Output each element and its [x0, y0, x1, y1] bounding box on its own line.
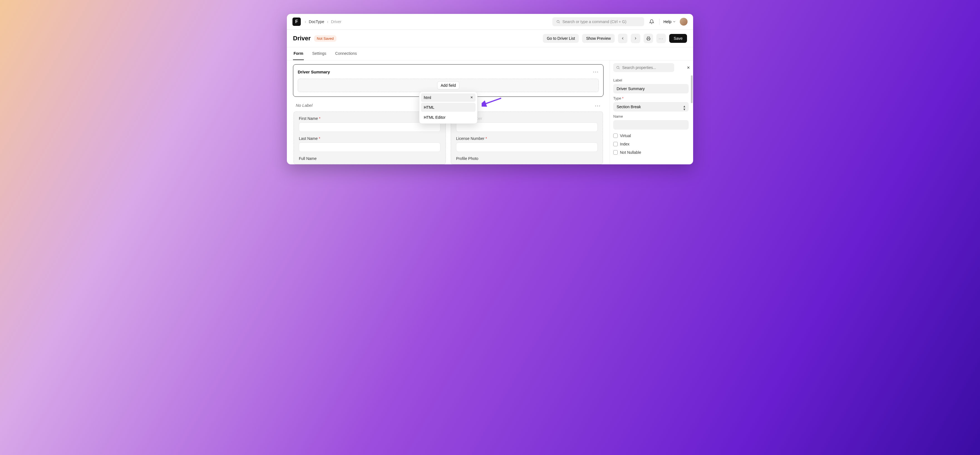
app-logo[interactable]: F: [293, 17, 301, 26]
field-label-last-name: Last Name *: [299, 136, 441, 141]
prop-type-label: Type *: [613, 96, 689, 100]
prop-type-select[interactable]: [613, 102, 689, 111]
notifications-button[interactable]: [648, 18, 655, 25]
breadcrumb-current: Driver: [331, 19, 341, 24]
checkbox-label: Not Nullable: [620, 150, 641, 155]
tab-settings[interactable]: Settings: [312, 47, 327, 60]
svg-rect-2: [647, 39, 649, 40]
svg-point-6: [617, 66, 619, 68]
field-input-first-name[interactable]: [299, 122, 441, 132]
help-label: Help: [663, 19, 671, 24]
bell-icon: [649, 19, 654, 24]
print-button[interactable]: [644, 34, 653, 43]
section-menu-button[interactable]: ···: [593, 69, 599, 75]
properties-search-input[interactable]: [613, 63, 674, 72]
breadcrumb: › DocType › Driver: [305, 19, 341, 24]
field-input-last-name[interactable]: [299, 143, 441, 152]
show-preview-button[interactable]: Show Preview: [582, 34, 615, 43]
form-canvas: Driver Summary ··· Add field HTML HTML E…: [287, 60, 610, 164]
fieldtype-popup: HTML HTML Editor: [419, 92, 477, 124]
section-menu-button[interactable]: ···: [595, 103, 601, 109]
field-input-license-number[interactable]: [456, 143, 598, 152]
svg-point-0: [557, 20, 559, 22]
checkbox-icon: [613, 150, 618, 155]
scrollbar-thumb[interactable]: [691, 75, 692, 103]
prev-button[interactable]: [618, 34, 627, 43]
more-actions-button[interactable]: ···: [656, 34, 666, 43]
prop-virtual-checkbox[interactable]: Virtual: [613, 133, 689, 138]
field-label-license-number: License Number *: [456, 136, 598, 141]
section-heading-no-label: No Label: [296, 103, 312, 109]
field-label-full-name: Full Name: [299, 156, 441, 161]
breadcrumb-doctype[interactable]: DocType: [309, 19, 324, 24]
search-icon: [616, 66, 620, 70]
chevron-down-icon: [673, 20, 676, 23]
field-input-phone-number[interactable]: [456, 122, 598, 132]
more-horizontal-icon: ···: [659, 36, 663, 41]
save-button[interactable]: Save: [669, 34, 687, 43]
printer-icon: [646, 36, 651, 41]
checkbox-icon: [613, 142, 618, 146]
prop-not-nullable-checkbox[interactable]: Not Nullable: [613, 150, 689, 155]
prop-name-label: Name: [613, 114, 689, 119]
checkbox-icon: [613, 133, 618, 138]
search-placeholder: Search or type a command (Ctrl + G): [562, 19, 626, 24]
field-label-profile-photo: Profile Photo: [456, 156, 598, 161]
close-sidebar-button[interactable]: [686, 66, 690, 70]
section-title: Driver Summary: [298, 70, 330, 74]
topbar: F › DocType › Driver Search or type a co…: [287, 14, 693, 30]
search-icon: [556, 20, 560, 24]
chevron-right-icon: ›: [305, 19, 306, 24]
global-search[interactable]: Search or type a command (Ctrl + G): [552, 17, 644, 26]
select-caret-icon: ▲▼: [683, 105, 686, 111]
help-menu[interactable]: Help: [663, 19, 676, 24]
field-dropzone[interactable]: Add field: [298, 79, 599, 92]
prop-name-input[interactable]: [613, 120, 689, 130]
status-badge: Not Saved: [314, 35, 337, 42]
user-avatar[interactable]: [680, 18, 687, 25]
page-header: Driver Not Saved Go to Driver List Show …: [287, 30, 693, 47]
chevron-right-icon: ›: [327, 19, 328, 24]
app-window: F › DocType › Driver Search or type a co…: [287, 14, 693, 164]
go-to-list-button[interactable]: Go to Driver List: [543, 34, 579, 43]
chevron-left-icon: [621, 36, 625, 40]
properties-sidebar: Label Type * ▲▼ Name Virtual Index: [610, 60, 693, 164]
svg-line-7: [619, 68, 620, 69]
prop-label-input[interactable]: [613, 84, 689, 94]
body: Driver Summary ··· Add field HTML HTML E…: [287, 60, 693, 164]
prop-index-checkbox[interactable]: Index: [613, 142, 689, 146]
svg-line-1: [559, 22, 560, 23]
prop-label-label: Label: [613, 78, 689, 82]
checkbox-label: Index: [620, 142, 629, 146]
checkbox-label: Virtual: [620, 133, 631, 138]
fieldtype-option-html-editor[interactable]: HTML Editor: [421, 113, 476, 122]
tabs: Form Settings Connections: [287, 47, 693, 60]
add-field-button[interactable]: Add field: [437, 81, 460, 90]
chevron-right-icon: [633, 36, 638, 40]
fieldtype-search-input[interactable]: [421, 94, 476, 102]
clear-search-button[interactable]: [470, 96, 473, 99]
next-button[interactable]: [631, 34, 640, 43]
page-title: Driver: [293, 35, 311, 42]
close-icon: [470, 96, 473, 99]
tab-form[interactable]: Form: [293, 47, 304, 60]
tab-connections[interactable]: Connections: [335, 47, 358, 60]
fieldtype-option-html[interactable]: HTML: [421, 103, 476, 112]
